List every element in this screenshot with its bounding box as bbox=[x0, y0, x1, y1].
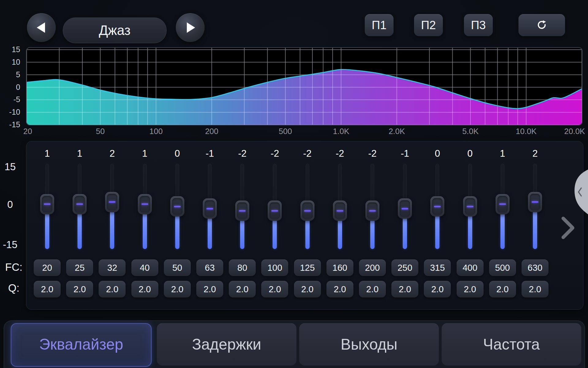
band-gain-slider[interactable] bbox=[356, 160, 389, 258]
scroll-bands-right-button[interactable] bbox=[558, 215, 578, 241]
slider-fill bbox=[370, 216, 375, 249]
band-gain-slider[interactable] bbox=[421, 160, 454, 258]
slider-thumb[interactable] bbox=[528, 192, 542, 212]
band-gain-value: -2 bbox=[356, 148, 389, 159]
slider-thumb[interactable] bbox=[170, 196, 184, 217]
band-q-chip[interactable]: 2.0 bbox=[34, 281, 61, 297]
band-fc-chip[interactable]: 100 bbox=[261, 259, 288, 276]
band-gain-slider[interactable] bbox=[324, 160, 356, 258]
band-q-chip[interactable]: 2.0 bbox=[489, 281, 516, 297]
band-gain-slider[interactable] bbox=[96, 160, 128, 258]
band-fc-chip[interactable]: 200 bbox=[359, 259, 386, 276]
db-tick-label: 5 bbox=[0, 70, 20, 79]
band-fc-chip[interactable]: 20 bbox=[34, 259, 61, 276]
slider-thumb[interactable] bbox=[333, 201, 347, 221]
band-gain-slider[interactable] bbox=[161, 160, 194, 258]
slider-thumb[interactable] bbox=[300, 201, 315, 221]
band-fc-chip[interactable]: 63 bbox=[196, 259, 223, 276]
db-tick-label: 10 bbox=[0, 58, 20, 67]
band-gain-slider[interactable] bbox=[63, 160, 96, 258]
band-q-chip[interactable]: 2.0 bbox=[99, 281, 126, 297]
slider-fill bbox=[533, 208, 537, 249]
preset-name-selector[interactable]: Джаз bbox=[63, 17, 167, 43]
slider-fill bbox=[435, 212, 439, 249]
band-fc-chip[interactable]: 500 bbox=[489, 259, 516, 276]
tab-outputs[interactable]: Выходы bbox=[299, 323, 439, 366]
band-q-chip[interactable]: 2.0 bbox=[261, 281, 288, 297]
eq-curve-svg bbox=[27, 48, 582, 125]
band-fc-chip[interactable]: 40 bbox=[131, 259, 158, 276]
band-gain-value: -1 bbox=[389, 148, 421, 159]
eq-band: 2 32 2.0 bbox=[96, 141, 128, 309]
memory-preset-3-button[interactable]: П3 bbox=[464, 14, 493, 36]
band-gain-slider[interactable] bbox=[486, 160, 519, 258]
slider-scale-max: 15 bbox=[0, 161, 20, 173]
slider-thumb[interactable] bbox=[105, 192, 119, 212]
reset-eq-button[interactable] bbox=[518, 14, 565, 36]
slider-thumb[interactable] bbox=[463, 196, 477, 217]
slider-fill bbox=[143, 210, 147, 249]
tab-frequency[interactable]: Частота bbox=[442, 323, 581, 366]
band-gain-value: 1 bbox=[31, 148, 63, 159]
band-fc-chip[interactable]: 250 bbox=[391, 259, 418, 276]
band-q-chip[interactable]: 2.0 bbox=[522, 281, 548, 297]
slider-thumb-dash-icon bbox=[337, 210, 343, 212]
slider-fill bbox=[403, 214, 407, 249]
tab-delays[interactable]: Задержки bbox=[157, 323, 296, 366]
band-gain-slider[interactable] bbox=[258, 160, 291, 258]
band-fc-chip[interactable]: 80 bbox=[229, 259, 256, 276]
band-q-chip[interactable]: 2.0 bbox=[326, 281, 353, 297]
slider-fill bbox=[175, 212, 179, 249]
band-q-chip[interactable]: 2.0 bbox=[196, 281, 223, 297]
band-gain-slider[interactable] bbox=[194, 160, 226, 258]
slider-thumb[interactable] bbox=[73, 194, 87, 214]
band-fc-chip[interactable]: 160 bbox=[326, 259, 353, 276]
slider-thumb[interactable] bbox=[203, 198, 217, 219]
eq-band: 1 40 2.0 bbox=[129, 141, 161, 309]
band-q-chip[interactable]: 2.0 bbox=[424, 281, 451, 297]
band-fc-chip[interactable]: 315 bbox=[424, 259, 451, 276]
slider-thumb[interactable] bbox=[40, 194, 54, 214]
band-fc-chip[interactable]: 400 bbox=[457, 259, 484, 276]
band-fc-chip[interactable]: 25 bbox=[66, 259, 93, 276]
band-gain-slider[interactable] bbox=[519, 160, 551, 258]
eq-response-chart bbox=[26, 47, 582, 125]
preset-next-button[interactable] bbox=[176, 13, 205, 42]
band-gain-value: -2 bbox=[258, 148, 291, 159]
band-gain-slider[interactable] bbox=[129, 160, 161, 258]
slider-thumb-dash-icon bbox=[434, 206, 441, 207]
slider-thumb[interactable] bbox=[268, 201, 282, 221]
slider-thumb[interactable] bbox=[496, 194, 510, 214]
band-q-chip[interactable]: 2.0 bbox=[66, 281, 93, 297]
band-gain-slider[interactable] bbox=[31, 160, 63, 258]
band-q-chip[interactable]: 2.0 bbox=[229, 281, 256, 297]
band-q-chip[interactable]: 2.0 bbox=[359, 281, 386, 297]
slider-thumb-inner bbox=[42, 196, 52, 213]
band-gain-slider[interactable] bbox=[454, 160, 486, 258]
band-q-chip[interactable]: 2.0 bbox=[164, 281, 191, 297]
band-gain-slider[interactable] bbox=[291, 160, 324, 258]
band-q-chip[interactable]: 2.0 bbox=[131, 281, 158, 297]
band-fc-chip[interactable]: 50 bbox=[164, 259, 191, 276]
side-panel-handle[interactable] bbox=[569, 169, 588, 216]
band-q-chip[interactable]: 2.0 bbox=[294, 281, 321, 297]
slider-thumb[interactable] bbox=[235, 201, 249, 221]
memory-preset-2-button[interactable]: П2 bbox=[414, 14, 443, 36]
band-q-chip[interactable]: 2.0 bbox=[391, 281, 418, 297]
band-fc-chip[interactable]: 630 bbox=[522, 259, 548, 276]
slider-thumb[interactable] bbox=[365, 201, 379, 221]
preset-prev-button[interactable] bbox=[27, 13, 56, 42]
slider-thumb[interactable] bbox=[430, 196, 444, 217]
band-q-chip[interactable]: 2.0 bbox=[457, 281, 484, 297]
band-fc-chip[interactable]: 32 bbox=[99, 259, 126, 276]
freq-tick-label: 20.0K bbox=[564, 127, 585, 136]
slider-fill bbox=[45, 210, 49, 249]
eq-band: 2 630 2.0 bbox=[519, 141, 551, 309]
tab-equalizer[interactable]: Эквалайзер bbox=[11, 323, 152, 367]
band-fc-chip[interactable]: 125 bbox=[294, 259, 321, 276]
slider-thumb[interactable] bbox=[138, 194, 152, 214]
band-gain-slider[interactable] bbox=[389, 160, 421, 258]
band-gain-slider[interactable] bbox=[226, 160, 258, 258]
memory-preset-1-button[interactable]: П1 bbox=[365, 14, 394, 36]
slider-thumb[interactable] bbox=[398, 198, 412, 219]
